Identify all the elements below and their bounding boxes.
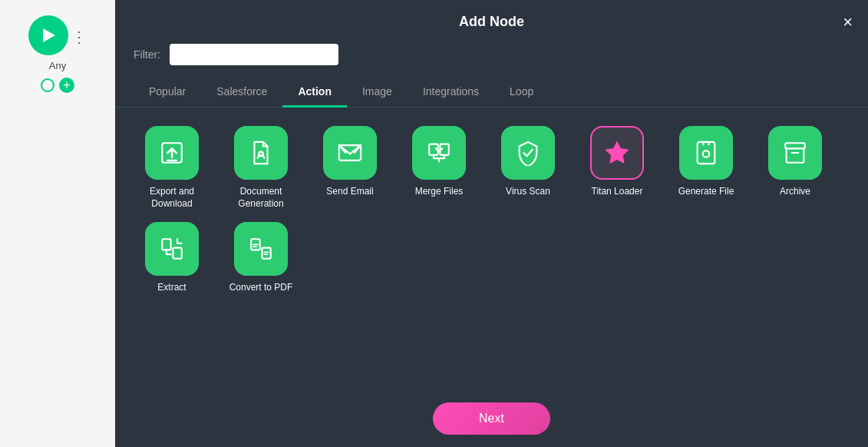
generate-file-label: Generate File <box>678 186 734 198</box>
next-button[interactable]: Next <box>433 402 550 435</box>
node-convert-to-pdf[interactable]: Convert to PDF <box>223 222 299 294</box>
play-icon <box>43 28 55 42</box>
send-email-label: Send Email <box>326 186 373 198</box>
circle-node <box>41 78 54 92</box>
node-controls: + <box>41 78 74 93</box>
node-generate-file[interactable]: Generate File <box>668 126 744 210</box>
tab-action[interactable]: Action <box>282 78 347 108</box>
modal-header: Add Node × <box>115 0 868 44</box>
virus-scan-icon-wrap <box>501 126 555 180</box>
generate-file-icon-wrap <box>679 126 733 180</box>
grid-area: Export and Download Document Generation <box>115 108 868 390</box>
tabs: Popular Salesforce Action Image Integrat… <box>115 78 868 108</box>
generate-icon <box>693 140 719 166</box>
svg-rect-11 <box>698 142 715 164</box>
play-button[interactable] <box>28 15 68 55</box>
close-button[interactable]: × <box>843 14 853 31</box>
export-download-label: Export and Download <box>134 186 210 210</box>
merge-files-icon-wrap <box>412 126 466 180</box>
titan-loader-icon-wrap <box>590 126 644 180</box>
archive-icon <box>782 140 808 166</box>
node-export-download[interactable]: Export and Download <box>134 126 210 210</box>
modal-title: Add Node <box>459 14 524 30</box>
document-generation-icon-wrap <box>234 126 288 180</box>
more-options-button[interactable]: ⋮ <box>71 28 87 46</box>
merge-icon <box>426 140 452 166</box>
export-icon <box>159 140 185 166</box>
document-generation-label: Document Generation <box>223 186 299 210</box>
email-icon <box>337 140 363 166</box>
any-label: Any <box>49 60 66 71</box>
node-send-email[interactable]: Send Email <box>312 126 388 210</box>
titan-loader-label: Titan Loader <box>592 186 643 198</box>
convert-to-pdf-label: Convert to PDF <box>229 282 293 294</box>
convert-icon <box>248 236 274 262</box>
extract-icon <box>159 236 185 262</box>
svg-rect-15 <box>162 239 170 250</box>
svg-marker-10 <box>606 142 628 163</box>
nodes-grid: Export and Download Document Generation <box>134 126 850 294</box>
document-icon <box>248 140 274 166</box>
export-download-icon-wrap <box>145 126 199 180</box>
svg-rect-16 <box>173 248 181 259</box>
node-virus-scan[interactable]: Virus Scan <box>490 126 566 210</box>
svg-rect-18 <box>262 248 270 259</box>
modal-overlay: Add Node × Filter: Popular Salesforce Ac… <box>115 0 868 447</box>
tab-integrations[interactable]: Integrations <box>408 78 494 108</box>
tab-loop[interactable]: Loop <box>494 78 549 108</box>
node-extract[interactable]: Extract <box>134 222 210 294</box>
virus-scan-label: Virus Scan <box>506 186 550 198</box>
svg-rect-13 <box>785 143 805 148</box>
send-email-icon-wrap <box>323 126 377 180</box>
filter-row: Filter: <box>115 44 868 78</box>
archive-label: Archive <box>780 186 810 198</box>
extract-label: Extract <box>157 282 186 294</box>
star-icon <box>604 140 630 166</box>
tab-salesforce[interactable]: Salesforce <box>201 78 282 108</box>
extract-icon-wrap <box>145 222 199 276</box>
node-document-generation[interactable]: Document Generation <box>223 126 299 210</box>
sidebar: ⋮ Any + <box>0 0 115 447</box>
add-node-button[interactable]: + <box>59 78 74 93</box>
node-titan-loader[interactable]: Titan Loader <box>579 126 655 210</box>
filter-input[interactable] <box>170 44 338 65</box>
tab-image[interactable]: Image <box>347 78 408 108</box>
filter-label: Filter: <box>134 48 160 61</box>
archive-icon-wrap <box>768 126 822 180</box>
shield-icon <box>515 140 541 166</box>
modal-footer: Next <box>115 390 868 447</box>
merge-files-label: Merge Files <box>415 186 464 198</box>
convert-to-pdf-icon-wrap <box>234 222 288 276</box>
node-merge-files[interactable]: Merge Files <box>401 126 477 210</box>
svg-point-12 <box>703 151 710 157</box>
node-archive[interactable]: Archive <box>757 126 833 210</box>
tab-popular[interactable]: Popular <box>134 78 201 108</box>
